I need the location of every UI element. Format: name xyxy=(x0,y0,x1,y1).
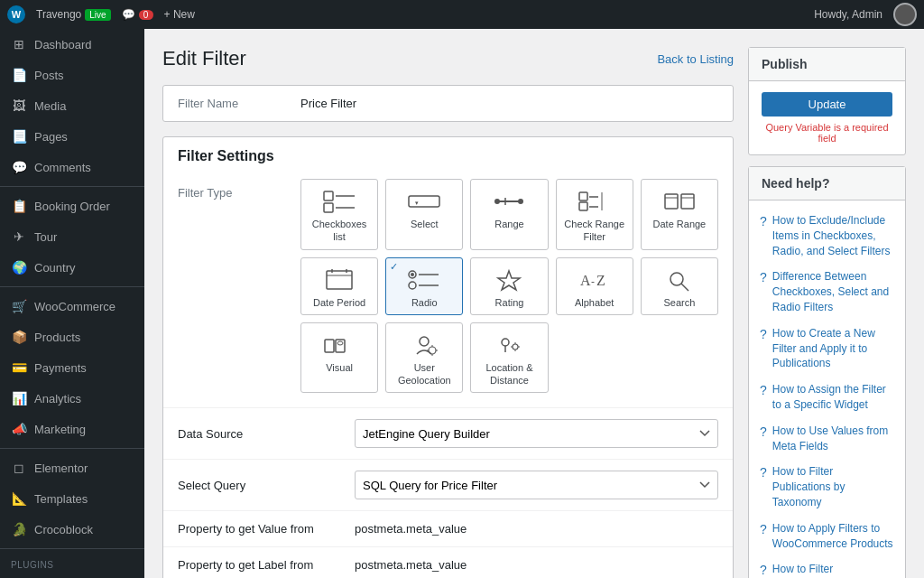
date-period-label: Date Period xyxy=(313,296,365,309)
sidebar-item-products[interactable]: 📦 Products xyxy=(0,322,144,352)
filter-type-alphabet[interactable]: A-Z Alphabet xyxy=(556,257,633,315)
help-link-6[interactable]: How to Apply Filters to WooCommerce Prod… xyxy=(772,521,894,552)
publish-body: Update Query Variable is a required fiel… xyxy=(749,81,905,154)
property-value-text: postmeta.meta_value xyxy=(355,522,467,536)
filter-type-date-period[interactable]: Date Period xyxy=(300,257,378,315)
filter-type-location[interactable]: Location & Distance xyxy=(470,322,548,394)
help-link-7[interactable]: How to Filter WooCommerce Products by At… xyxy=(772,562,894,578)
filter-type-visual[interactable]: Visual xyxy=(300,322,378,394)
new-button[interactable]: + New xyxy=(164,8,195,21)
comments-icon[interactable]: 💬 0 xyxy=(122,8,153,21)
avatar[interactable] xyxy=(893,3,917,26)
data-source-control: JetEngine Query Builder xyxy=(355,419,718,448)
sidebar-item-elementor[interactable]: ◻ Elementor xyxy=(0,452,144,483)
sidebar-divider-4 xyxy=(0,548,144,549)
filter-type-radio[interactable]: ✓ Radio xyxy=(385,257,463,315)
help-icon-5: ? xyxy=(760,465,767,480)
filter-type-date-range[interactable]: Date Range xyxy=(641,179,718,250)
sidebar-item-comments[interactable]: 💬 Comments xyxy=(0,152,144,182)
sidebar-item-marketing[interactable]: 📣 Marketing xyxy=(0,414,144,444)
woo-icon: 🛒 xyxy=(11,298,27,314)
sidebar-item-jetengine[interactable]: ⚙ JetEngine xyxy=(0,572,144,578)
data-source-row: Data Source JetEngine Query Builder xyxy=(163,407,733,459)
svg-rect-19 xyxy=(327,271,352,289)
media-icon: 🖼 xyxy=(11,98,27,114)
sidebar-item-analytics[interactable]: 📊 Analytics xyxy=(0,383,144,414)
filter-type-user-geo[interactable]: User Geolocation xyxy=(385,322,463,394)
help-item-6: ? How to Apply Filters to WooCommerce Pr… xyxy=(749,516,905,557)
update-button[interactable]: Update xyxy=(762,92,892,117)
sidebar-divider-2 xyxy=(0,286,144,287)
filter-type-check-range[interactable]: Check Range Filter xyxy=(556,179,633,250)
help-link-3[interactable]: How to Assign the Filter to a Specific W… xyxy=(772,382,894,413)
sidebar-item-woocommerce[interactable]: 🛒 WooCommerce xyxy=(0,291,144,322)
sidebar-item-pages[interactable]: 📃 Pages xyxy=(0,121,144,152)
site-name[interactable]: Travengo Live xyxy=(36,8,111,21)
help-panel: Need help? ? How to Exclude/Include Item… xyxy=(748,166,906,578)
wp-logo[interactable]: W xyxy=(7,5,25,23)
help-link-4[interactable]: How to Use Values from Meta Fields xyxy=(772,424,894,454)
sidebar-item-country[interactable]: 🌍 Country xyxy=(0,252,144,283)
radio-checkmark: ✓ xyxy=(390,261,398,273)
select-query-row: Select Query SQL Query for Price Filter xyxy=(163,459,733,510)
date-range-icon xyxy=(663,189,696,214)
rating-icon xyxy=(493,267,525,293)
page-title: Edit Filter xyxy=(162,47,246,70)
checkboxes-label: Checkboxes list xyxy=(307,218,372,244)
filter-type-checkboxes[interactable]: Checkboxes list xyxy=(300,179,378,250)
svg-rect-17 xyxy=(681,194,694,209)
radio-icon xyxy=(408,267,440,293)
search-type-icon xyxy=(663,267,696,293)
filter-name-label: Filter Name xyxy=(178,97,286,110)
select-query-select[interactable]: SQL Query for Price Filter xyxy=(355,471,718,499)
help-link-2[interactable]: How to Create a New Filter and Apply it … xyxy=(772,326,894,371)
plugins-section: PLUGINS xyxy=(0,553,144,572)
data-source-select[interactable]: JetEngine Query Builder xyxy=(355,419,718,448)
svg-text:A: A xyxy=(580,273,591,288)
elementor-icon: ◻ xyxy=(11,460,27,476)
select-label: Select xyxy=(411,218,439,230)
back-to-listing-link[interactable]: Back to Listing xyxy=(657,52,734,66)
filter-type-range[interactable]: Range xyxy=(470,179,548,250)
sidebar-item-dashboard[interactable]: ⊞ Dashboard xyxy=(0,29,144,60)
help-link-1[interactable]: Difference Between Checkboxes, Select an… xyxy=(772,269,894,314)
marketing-icon: 📣 xyxy=(11,421,27,437)
svg-point-36 xyxy=(337,341,343,345)
sidebar-item-media[interactable]: 🖼 Media xyxy=(0,90,144,121)
products-icon: 📦 xyxy=(11,329,27,345)
filter-type-select[interactable]: ▾ Select xyxy=(385,179,463,250)
admin-bar-right: Howdy, Admin xyxy=(814,3,917,26)
rating-label: Rating xyxy=(495,296,524,309)
sidebar-item-booking-order[interactable]: 📋 Booking Order xyxy=(0,191,144,221)
content-area: Edit Filter Back to Listing Filter Name … xyxy=(162,47,734,560)
property-label-row: Property to get Label from postmeta.meta… xyxy=(163,546,733,578)
property-value-label: Property to get Value from xyxy=(178,522,340,536)
help-item-1: ? Difference Between Checkboxes, Select … xyxy=(749,264,905,320)
check-range-label: Check Range Filter xyxy=(562,218,627,244)
help-link-0[interactable]: How to Exclude/Include Items in Checkbox… xyxy=(772,213,894,258)
publish-header: Publish xyxy=(749,48,905,81)
country-icon: 🌍 xyxy=(11,259,27,275)
radio-label: Radio xyxy=(411,296,438,309)
svg-point-26 xyxy=(409,282,416,289)
filter-type-search[interactable]: Search xyxy=(641,257,718,315)
property-label-label: Property to get Label from xyxy=(178,558,340,572)
sidebar-item-tour[interactable]: ✈ Tour xyxy=(0,221,144,252)
check-range-icon xyxy=(578,189,611,214)
filter-name-row: Filter Name Price Filter xyxy=(163,86,733,121)
section-title: Filter Settings xyxy=(163,137,733,164)
filter-settings-card: Filter Settings Filter Type Checkboxes l… xyxy=(162,136,734,578)
sidebar-item-payments[interactable]: 💳 Payments xyxy=(0,352,144,383)
location-icon xyxy=(493,332,525,358)
svg-line-33 xyxy=(681,284,688,291)
sidebar-item-crocoblock[interactable]: 🐊 Crocoblock xyxy=(0,514,144,545)
svg-point-24 xyxy=(411,273,414,276)
help-link-5[interactable]: How to Filter Publications by Taxonomy xyxy=(772,464,894,509)
help-body: ? How to Exclude/Include Items in Checkb… xyxy=(749,200,905,578)
layout: ⊞ Dashboard 📄 Posts 🖼 Media 📃 Pages 💬 Co… xyxy=(0,29,924,578)
svg-point-37 xyxy=(420,337,429,346)
help-item-5: ? How to Filter Publications by Taxonomy xyxy=(749,459,905,515)
filter-type-rating[interactable]: Rating xyxy=(470,257,548,315)
sidebar-item-posts[interactable]: 📄 Posts xyxy=(0,60,144,90)
sidebar-item-templates[interactable]: 📐 Templates xyxy=(0,483,144,514)
